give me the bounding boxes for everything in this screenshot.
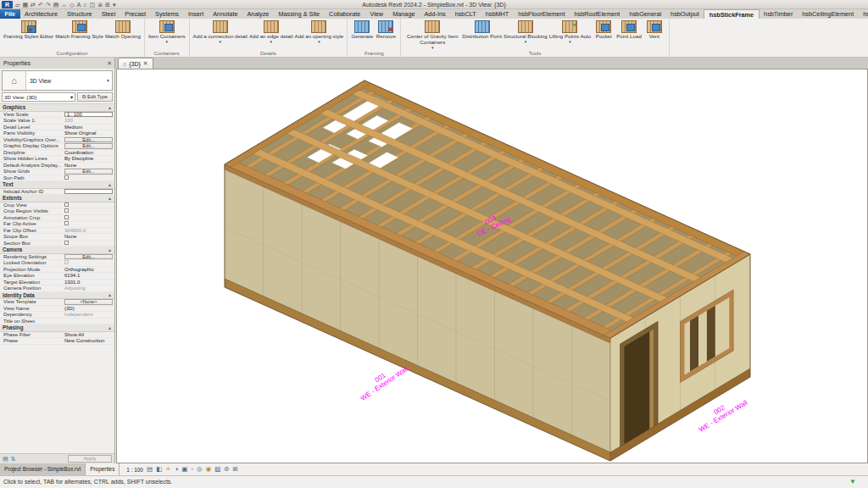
tab-hsboutput[interactable]: hsbOutput: [666, 9, 704, 19]
tab-hsbstickframe[interactable]: hsbStickFrame: [704, 9, 759, 19]
center-of-gravity-item-containers-button[interactable]: Center of Gravity Item Containers▾: [404, 20, 460, 49]
property-value[interactable]: [64, 260, 114, 265]
match-opening-button[interactable]: Match Opening: [105, 20, 141, 40]
section-header-text[interactable]: Text▲: [0, 181, 114, 189]
value-field[interactable]: 1 : 100: [64, 112, 113, 118]
section-header-phasing[interactable]: Phasing▲: [0, 324, 114, 332]
property-value[interactable]: [64, 175, 114, 180]
chevron-down-icon[interactable]: ▾: [219, 40, 221, 43]
property-value[interactable]: New Construction: [64, 338, 114, 343]
tab-systems[interactable]: Systems: [151, 9, 184, 19]
section-header-identity-data[interactable]: Identity Data▲: [0, 292, 114, 300]
value-field[interactable]: [64, 189, 113, 195]
property-value[interactable]: 1301.0: [64, 280, 114, 285]
tab-precast[interactable]: Precast: [120, 9, 151, 19]
edit-button[interactable]: Edit...: [64, 143, 113, 149]
instance-selector[interactable]: 3D View: {3D} ▾: [2, 92, 75, 102]
tab-hsbmht[interactable]: hsbMHT: [481, 9, 514, 19]
edit-button[interactable]: Edit...: [64, 254, 113, 260]
revit-logo[interactable]: R: [2, 1, 13, 8]
property-value[interactable]: Coordination: [64, 150, 114, 155]
edit-button[interactable]: Edit...: [64, 169, 113, 175]
tab-hsbdebug[interactable]: hsbDebug: [859, 9, 868, 19]
chevron-down-icon[interactable]: ▾: [525, 40, 527, 43]
checkbox[interactable]: [64, 175, 69, 180]
project-browser-tab[interactable]: Project Browser - SimpleBox.rvt: [0, 463, 86, 475]
chevron-down-icon[interactable]: ▼: [104, 71, 112, 90]
checkbox[interactable]: [64, 241, 69, 245]
property-value[interactable]: Edit...: [64, 254, 114, 260]
tab-collaborate[interactable]: Collaborate: [325, 9, 365, 19]
detail-level-icon[interactable]: ▤: [147, 466, 153, 473]
item-containers-button[interactable]: Item Containers▾: [148, 20, 186, 43]
switch-windows-icon[interactable]: ⊞: [105, 1, 110, 8]
text-icon[interactable]: A: [77, 1, 81, 8]
selection-filter-icon[interactable]: ▼: [849, 478, 856, 485]
property-value[interactable]: Show All: [64, 332, 114, 337]
chevron-down-icon[interactable]: ▾: [165, 40, 168, 43]
collapse-icon[interactable]: ▲: [108, 325, 112, 330]
tab-insert[interactable]: Insert: [184, 9, 209, 19]
qat-customize-icon[interactable]: ▾: [113, 1, 116, 8]
tab-architecture[interactable]: Architecture: [20, 9, 63, 19]
property-value[interactable]: [64, 208, 114, 214]
chevron-down-icon[interactable]: ▾: [431, 46, 434, 49]
tab-hsbgeneral[interactable]: hsbGeneral: [625, 9, 666, 19]
analytical-model-icon[interactable]: ⊘: [224, 466, 229, 473]
property-value[interactable]: 1 : 100: [64, 112, 114, 118]
framing-styles-editor-button[interactable]: Framing Styles Editor: [3, 20, 53, 40]
tab-file[interactable]: File: [0, 9, 20, 19]
window-stud-gap[interactable]: [690, 316, 698, 372]
show-crop-icon[interactable]: ▫: [191, 466, 193, 473]
measure-icon[interactable]: ↔: [61, 1, 67, 8]
add-an-opening-style-button[interactable]: Add an opening style▾: [295, 20, 344, 43]
property-value[interactable]: Show Original: [64, 130, 114, 136]
tab-structure[interactable]: Structure: [63, 9, 97, 19]
edit-type-button[interactable]: ⧉ Edit Type: [77, 92, 113, 102]
property-value[interactable]: Edit...: [64, 137, 114, 143]
redo-icon[interactable]: ↷: [46, 1, 51, 8]
generate-button[interactable]: Generate: [351, 20, 373, 40]
property-value[interactable]: None: [64, 163, 114, 168]
tab-analyze[interactable]: Analyze: [242, 9, 274, 19]
collapse-icon[interactable]: ▲: [108, 182, 112, 187]
view-tab-3d[interactable]: ⌂ {3D} ✕: [118, 58, 153, 69]
tab-massing-site[interactable]: Massing & Site: [274, 9, 325, 19]
window-stud-gap[interactable]: [707, 306, 715, 362]
tab-annotate[interactable]: Annotate: [209, 9, 242, 19]
default-3d-view-icon[interactable]: ⌂: [83, 1, 86, 8]
print-icon[interactable]: ▤: [53, 1, 59, 8]
edit-button[interactable]: <None>: [64, 299, 113, 305]
pocket-button[interactable]: Pocket: [593, 20, 615, 40]
property-value[interactable]: None: [64, 234, 114, 239]
property-value[interactable]: [64, 215, 114, 220]
section-header-camera[interactable]: Camera▲: [0, 247, 114, 254]
tab-hsbfloorelement[interactable]: hsbFloorElement: [514, 9, 570, 19]
collapse-icon[interactable]: ▲: [108, 292, 112, 297]
property-value[interactable]: Edit...: [64, 143, 114, 149]
tab-hsbceilingelement[interactable]: hsbCeilingElement: [798, 9, 859, 19]
section-header-extents[interactable]: Extents▲: [0, 195, 114, 202]
property-value[interactable]: [64, 241, 114, 246]
property-value[interactable]: [64, 202, 114, 208]
checkbox[interactable]: [64, 221, 69, 225]
view-tab-close-icon[interactable]: ✕: [143, 60, 148, 67]
property-value[interactable]: Orthographic: [64, 267, 114, 272]
collapse-icon[interactable]: ▲: [108, 105, 112, 110]
temp-hide-isolate-icon[interactable]: ◎: [197, 466, 203, 473]
distribution-point-button[interactable]: Distribution Point: [462, 20, 502, 40]
checkbox[interactable]: [64, 208, 69, 213]
sync-icon[interactable]: ⇄: [31, 1, 36, 8]
reveal-hidden-icon[interactable]: ◉: [206, 466, 212, 473]
type-selector[interactable]: ⌂ 3D View ▼: [2, 70, 113, 91]
chevron-down-icon[interactable]: ▾: [569, 40, 571, 43]
tab-hsbtimber[interactable]: hsbTimber: [760, 9, 798, 19]
tab-add-ins[interactable]: Add-Ins: [420, 9, 450, 19]
property-value[interactable]: 100: [64, 118, 114, 123]
tab-hsbclt[interactable]: hsbCLT: [450, 9, 481, 19]
edit-button[interactable]: Edit...: [64, 137, 113, 143]
drawing-area-viewport[interactable]: 001WE - Exterior Wall002WE - Exterior Wa…: [116, 69, 868, 463]
vent-button[interactable]: Vent: [643, 20, 665, 40]
collapse-icon[interactable]: ▲: [108, 247, 112, 252]
tag-icon[interactable]: ◇: [70, 1, 74, 8]
